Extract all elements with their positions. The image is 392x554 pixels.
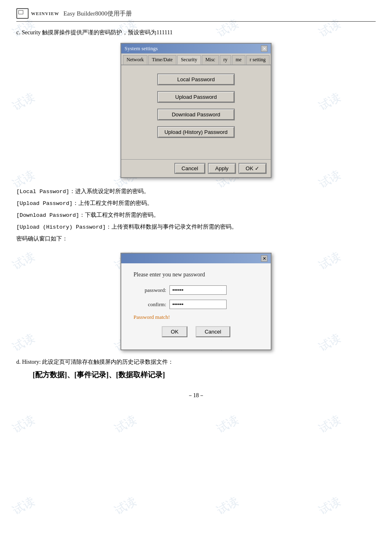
confirm-input[interactable]: [169, 300, 227, 309]
confirm-field: confirm:: [134, 300, 258, 309]
tab-me[interactable]: me: [232, 55, 245, 65]
watermark: 试读: [10, 412, 37, 437]
watermark: 试读: [214, 494, 241, 518]
page-content: WEINVIEW Easy Builder8000使用手册 c. Securit…: [16, 8, 376, 399]
password-input[interactable]: [169, 285, 227, 295]
tab-rsetting[interactable]: r setting: [246, 55, 270, 65]
desc-upload-history: [Upload (History) Password]：上传资料取样数据与事件记…: [16, 222, 376, 233]
tab-security[interactable]: Security: [177, 55, 201, 65]
desc-confirm: 密码确认窗口如下：: [16, 234, 376, 245]
tab-timedate[interactable]: Time/Date: [148, 55, 176, 65]
system-dialog-wrapper: System settings ✕ Network Time/Date Secu…: [16, 43, 376, 178]
watermark: 试读: [316, 412, 343, 437]
watermark: 试读: [316, 494, 343, 518]
password-field: password:: [134, 285, 258, 295]
watermark: 试读: [112, 412, 139, 437]
desc-upload: [Upload Password]：上传工程文件时所需的密码。: [16, 198, 376, 209]
dialog-tabs: Network Time/Date Security Misc ry me r …: [121, 53, 271, 65]
watermark: 试读: [214, 412, 241, 437]
tab-misc[interactable]: Misc: [202, 55, 219, 65]
intro-text: c. Security 触摸屏操作提供严谨的密码防护，预设密码为111111: [16, 29, 173, 36]
pwd-prompt: Please enter you new password: [134, 271, 258, 278]
description-section: [Local Password]：进入系统设定时所需的密码。 [Upload P…: [16, 186, 376, 245]
tab-ry[interactable]: ry: [220, 55, 231, 65]
brand-text: WEINVIEW: [31, 11, 59, 16]
upload-history-password-button[interactable]: Upload (History) Password: [157, 126, 235, 138]
cancel-button[interactable]: Cancel: [174, 163, 205, 174]
system-dialog: System settings ✕ Network Time/Date Secu…: [120, 43, 272, 178]
password-dialog-wrapper: ✕ Please enter you new password password…: [16, 253, 376, 350]
header-title: Easy Builder8000使用手册: [63, 10, 132, 18]
history-section: d. History: 此设定页可清除存在触摸屏内的历史记录数据文件： [配方数…: [16, 358, 376, 380]
tab-network[interactable]: Network: [123, 55, 147, 65]
dialog-footer: Cancel Apply OK ✓: [121, 159, 271, 177]
upload-password-button[interactable]: Upload Password: [157, 91, 235, 103]
history-items: [配方数据]、[事件记录]、[数据取样记录]: [33, 370, 376, 380]
ok-button[interactable]: OK ✓: [238, 163, 267, 174]
section-intro: c. Security 触摸屏操作提供严谨的密码防护，预设密码为111111: [16, 29, 376, 36]
download-password-button[interactable]: Download Password: [157, 109, 235, 120]
local-password-button[interactable]: Local Password: [157, 73, 235, 85]
desc-download: [Download Password]：下载工程文件时所需的密码。: [16, 210, 376, 221]
apply-button[interactable]: Apply: [208, 163, 236, 174]
header: WEINVIEW Easy Builder8000使用手册: [16, 8, 376, 22]
pwd-ok-button[interactable]: OK: [162, 326, 187, 337]
confirm-label: confirm:: [134, 301, 166, 308]
pwd-cancel-button[interactable]: Cancel: [196, 326, 230, 337]
dialog-titlebar: System settings ✕: [121, 44, 271, 53]
desc-local: [Local Password]：进入系统设定时所需的密码。: [16, 186, 376, 197]
logo-icon: [16, 8, 29, 19]
watermark: 试读: [10, 494, 37, 518]
password-match-text: Password match!: [134, 314, 258, 320]
dialog-body: Local Password Upload Password Download …: [121, 65, 271, 159]
page-number: －18－: [16, 392, 376, 399]
logo: WEINVIEW: [16, 8, 59, 19]
pwd-dialog-footer: OK Cancel: [134, 326, 258, 341]
dialog-title: System settings: [125, 45, 158, 52]
dialog-close-button[interactable]: ✕: [261, 45, 267, 52]
password-label: password:: [134, 287, 166, 294]
history-label: d. History: 此设定页可清除存在触摸屏内的历史记录数据文件：: [16, 358, 376, 366]
password-dialog: ✕ Please enter you new password password…: [120, 253, 272, 350]
pwd-dialog-titlebar: ✕: [121, 254, 271, 263]
pwd-dialog-close-button[interactable]: ✕: [261, 255, 267, 262]
pwd-dialog-body: Please enter you new password password: …: [121, 263, 271, 349]
watermark: 试读: [112, 494, 139, 518]
